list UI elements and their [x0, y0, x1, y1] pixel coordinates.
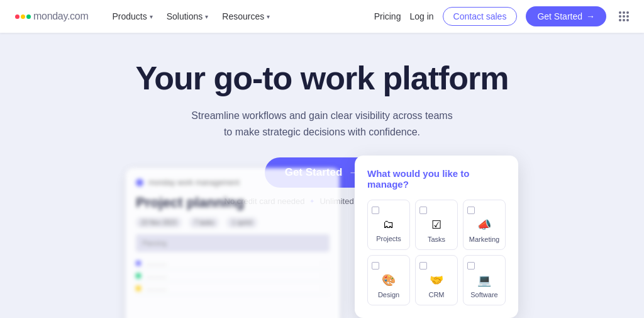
row-color-indicator: [136, 273, 141, 278]
checkbox-tasks[interactable]: [419, 207, 427, 214]
checkbox-software[interactable]: [467, 262, 475, 270]
design-icon: 🎨: [382, 273, 396, 287]
apps-grid-icon[interactable]: [619, 11, 629, 21]
option-design[interactable]: 🎨 Design: [367, 255, 410, 305]
nav-right: Pricing Log in Contact sales Get Started…: [374, 6, 629, 26]
app-preview-header: monday work management: [136, 178, 330, 187]
chevron-down-icon: ▾: [267, 13, 270, 20]
nav-item-solutions[interactable]: Solutions ▾: [160, 8, 215, 25]
table-row: ............ ···: [136, 257, 330, 270]
row-color-indicator: [136, 261, 141, 266]
software-icon: 💻: [477, 273, 491, 287]
option-label: Projects: [376, 235, 401, 242]
hero-title: Your go-to work platform: [135, 60, 508, 96]
option-crm[interactable]: 🤝 CRM: [415, 255, 458, 305]
table-row: ............ ···: [136, 282, 330, 295]
meta-date: 23 Nov 2023: [136, 217, 182, 228]
bar-label-text: Planning: [142, 240, 167, 247]
meta-tasks: 7 tasks: [189, 217, 219, 228]
checkbox-crm[interactable]: [419, 262, 427, 270]
row-text: ............: [146, 272, 316, 279]
option-label: Software: [470, 291, 497, 298]
tasks-icon: ☑: [431, 218, 441, 232]
row-text: ............: [146, 285, 316, 292]
logo-wordmark: monday.com: [33, 11, 88, 22]
manage-question: What would you like to manage?: [367, 168, 506, 190]
navbar: monday.com Products ▾ Solutions ▾ Resour…: [0, 0, 644, 33]
nav-links: Products ▾ Solutions ▾ Resources ▾: [106, 8, 374, 25]
project-meta: 23 Nov 2023 7 tasks 1 sprint: [136, 217, 330, 228]
table-preview: ............ ··· ............ ··· ......…: [136, 257, 330, 295]
option-label: Tasks: [428, 236, 445, 243]
option-marketing[interactable]: 📣 Marketing: [463, 200, 506, 250]
get-started-nav-button[interactable]: Get Started →: [526, 6, 606, 26]
logo[interactable]: monday.com: [15, 11, 88, 22]
table-row: ............ ···: [136, 270, 330, 282]
pricing-link[interactable]: Pricing: [374, 11, 401, 21]
chevron-down-icon: ▾: [150, 13, 153, 20]
option-label: Marketing: [469, 236, 499, 243]
marketing-icon: 📣: [477, 218, 491, 232]
row-text: ............: [146, 259, 316, 266]
option-tasks[interactable]: ☑ Tasks: [415, 200, 458, 250]
chevron-down-icon: ▾: [205, 13, 208, 20]
row-color-indicator: [136, 286, 141, 291]
planning-bar: Planning: [136, 234, 330, 252]
row-filler: ···: [321, 272, 330, 279]
crm-icon: 🤝: [430, 273, 443, 287]
manage-options-card: What would you like to manage? 🗂 Project…: [355, 156, 518, 318]
login-link[interactable]: Log in: [409, 11, 433, 21]
row-filler: ···: [321, 285, 330, 292]
row-filler: ···: [321, 259, 330, 266]
logo-dot-yellow: [21, 14, 25, 19]
nav-item-resources[interactable]: Resources ▾: [216, 8, 276, 25]
projects-icon: 🗂: [383, 218, 394, 231]
contact-sales-button[interactable]: Contact sales: [443, 7, 518, 26]
option-label: CRM: [428, 291, 444, 298]
checkbox-projects[interactable]: [372, 207, 379, 214]
manage-options-grid: 🗂 Projects ☑ Tasks 📣 Marketing 🎨 Design: [367, 200, 506, 305]
app-logo-dot: [136, 179, 143, 186]
checkbox-marketing[interactable]: [467, 207, 475, 214]
option-projects[interactable]: 🗂 Projects: [367, 200, 410, 250]
arrow-icon: →: [586, 11, 595, 21]
option-software[interactable]: 💻 Software: [463, 255, 506, 305]
checkbox-design[interactable]: [372, 262, 379, 270]
logo-dots: [15, 14, 31, 19]
app-name: monday work management: [148, 178, 240, 187]
hero-section: Your go-to work platform Streamline work…: [0, 33, 644, 318]
logo-dot-red: [15, 14, 19, 19]
project-name: Project planning: [136, 195, 330, 211]
meta-sprint: 1 sprint: [226, 217, 257, 228]
option-label: Design: [378, 291, 399, 298]
nav-item-products[interactable]: Products ▾: [106, 8, 158, 25]
cards-area: monday work management Project planning …: [0, 162, 644, 318]
logo-dot-green: [26, 14, 31, 19]
hero-subtitle: Streamline workflows and gain clear visi…: [191, 108, 452, 140]
app-preview-card: monday work management Project planning …: [126, 168, 340, 318]
